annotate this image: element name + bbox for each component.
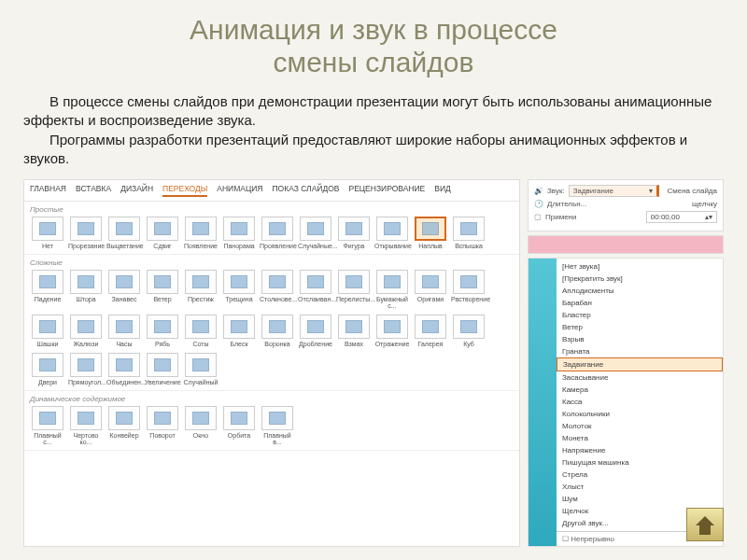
transition-thumb[interactable]: Отслаиван... [298, 270, 333, 309]
transition-thumb[interactable]: Растворение [451, 270, 486, 309]
time-field[interactable]: 00:00,00▴▾ [646, 211, 717, 223]
sound-option[interactable]: Монета [557, 432, 723, 444]
sound-option[interactable]: Напряжение [557, 444, 723, 456]
transition-thumb[interactable]: Прямоугол... [68, 353, 104, 385]
transition-thumb[interactable]: Случайные... [298, 217, 333, 249]
sound-select[interactable]: Задвигание▾ [569, 185, 660, 197]
transition-thumb[interactable]: Двери [30, 353, 65, 385]
ribbon-tab[interactable]: РЕЦЕНЗИРОВАНИЕ [348, 184, 425, 197]
ribbon-tab[interactable]: ВСТАВКА [76, 184, 111, 197]
sound-option[interactable]: Камера [557, 384, 723, 396]
transition-thumb[interactable]: Столкнове... [260, 270, 295, 309]
sound-option[interactable]: [Нет звука] [557, 260, 723, 273]
sound-option[interactable]: Засасывание [557, 371, 723, 384]
transition-thumb[interactable]: Отражение [374, 315, 410, 347]
sound-option[interactable]: Молоток [557, 420, 723, 432]
sound-option[interactable]: [Прекратить звук] [557, 273, 723, 285]
transition-thumb[interactable]: Плавный в... [260, 406, 295, 445]
transition-thumb[interactable]: Проявление [260, 217, 295, 249]
sound-option[interactable]: Шум [557, 493, 723, 505]
transition-thumb[interactable]: Рябь [145, 315, 180, 347]
transition-thumb[interactable]: Объединен... [106, 353, 142, 385]
transition-thumb[interactable]: Орбита [221, 406, 257, 445]
sound-option[interactable]: Задвигание [557, 357, 723, 371]
ribbon-tab[interactable]: ПОКАЗ СЛАЙДОВ [272, 184, 339, 197]
body-text: В процессе смены слайдов при демонстраци… [23, 92, 724, 168]
transitions-gallery-screenshot: ГЛАВНАЯВСТАВКАДИЗАЙНПЕРЕХОДЫАНИМАЦИЯПОКА… [23, 179, 520, 547]
transition-thumb[interactable]: Штора [68, 270, 104, 309]
transition-thumb[interactable]: Соты [183, 315, 218, 347]
transition-thumb[interactable]: Падение [30, 270, 65, 309]
transition-thumb[interactable]: Галерея [413, 315, 448, 347]
transition-thumb[interactable]: Выцветание [106, 217, 142, 249]
transition-thumb[interactable]: Перелисты... [336, 270, 372, 309]
sound-option[interactable]: Колокольчики [557, 408, 723, 420]
sound-panel-screenshot: 🔊 Звук: Задвигание▾ Смена слайда 🕐 Длите… [528, 179, 724, 547]
transition-thumb[interactable]: Куб [451, 315, 486, 347]
transition-thumb[interactable]: Окно [183, 406, 218, 445]
transition-thumb[interactable]: Случайный [183, 353, 218, 385]
sound-option[interactable]: Бластер [557, 309, 723, 321]
transition-thumb[interactable]: Жалюзи [68, 315, 104, 347]
sound-option[interactable]: Ветер [557, 321, 723, 333]
sound-option[interactable]: Барабан [557, 297, 723, 309]
transition-thumb[interactable]: Увеличение [145, 353, 180, 385]
clock-icon: 🕐 [534, 200, 543, 208]
transition-thumb[interactable]: Дробление [298, 315, 333, 347]
transition-thumb[interactable]: Вспышка [451, 217, 486, 249]
sound-option[interactable]: Взрыв [557, 333, 723, 345]
sound-option[interactable]: Касса [557, 396, 723, 408]
transition-thumb[interactable]: Поворот [145, 406, 180, 445]
home-button[interactable] [686, 508, 724, 541]
sound-option[interactable]: Аплодисменты [557, 285, 723, 297]
transition-thumb[interactable]: Престиж [183, 270, 218, 309]
ribbon-tab[interactable]: ВИД [434, 184, 451, 197]
sound-option[interactable]: Хлыст [557, 481, 723, 493]
ribbon-tab[interactable]: АНИМАЦИЯ [217, 184, 262, 197]
transition-thumb[interactable]: Блеск [221, 315, 257, 347]
transition-thumb[interactable]: Воронка [260, 315, 295, 347]
transition-thumb[interactable]: Часы [106, 315, 142, 347]
ribbon-tab[interactable]: ПЕРЕХОДЫ [162, 184, 207, 197]
transition-thumb[interactable]: Занавес [106, 270, 142, 309]
transition-thumb[interactable]: Прорезание [68, 217, 104, 249]
home-icon [696, 516, 714, 525]
transition-thumb[interactable]: Чертово ко... [68, 406, 104, 445]
transition-thumb[interactable]: Открывание [374, 217, 410, 249]
transition-thumb[interactable]: Фигура [336, 217, 372, 249]
ribbon-tab[interactable]: ГЛАВНАЯ [30, 184, 66, 197]
transition-thumb[interactable]: Появление [183, 217, 218, 249]
group-complex: Сложные ПадениеШтораЗанавесВетерПрестижТ… [24, 255, 519, 391]
transition-thumb[interactable]: Нет [30, 217, 65, 249]
sound-icon: 🔊 [534, 187, 543, 195]
group-dynamic: Динамическое содержимое Плавный с...Черт… [24, 391, 519, 451]
group-simple: Простые НетПрорезаниеВыцветаниеСдвигПояв… [24, 202, 519, 255]
teal-strip [529, 259, 557, 546]
transition-thumb[interactable]: Трещина [221, 270, 257, 309]
sound-option[interactable]: Стрела [557, 469, 723, 481]
pink-strip [528, 235, 724, 254]
transition-thumb[interactable]: Конвейер [106, 406, 142, 445]
sound-option[interactable]: Пишущая машинка [557, 456, 723, 469]
slide-title: Анимация и звук в процессесмены слайдов [23, 14, 724, 78]
transition-thumb[interactable]: Оригами [413, 270, 448, 309]
ribbon-tabs: ГЛАВНАЯВСТАВКАДИЗАЙНПЕРЕХОДЫАНИМАЦИЯПОКА… [24, 180, 519, 202]
ribbon-tab[interactable]: ДИЗАЙН [120, 184, 153, 197]
transition-thumb[interactable]: Сдвиг [145, 217, 180, 249]
transition-thumb[interactable]: Шашки [30, 315, 65, 347]
transition-thumb[interactable]: Взмах [336, 315, 372, 347]
sound-option[interactable]: Граната [557, 345, 723, 357]
transition-thumb[interactable]: Наплыв [413, 217, 448, 249]
apply-icon: ▢ [534, 213, 542, 221]
transition-thumb[interactable]: Панорама [221, 217, 257, 249]
sound-dropdown: [Нет звука][Прекратить звук]Аплодисменты… [528, 258, 724, 547]
transition-thumb[interactable]: Плавный с... [30, 406, 65, 445]
transition-thumb[interactable]: Бумажный с... [374, 270, 410, 309]
transition-thumb[interactable]: Ветер [145, 270, 180, 309]
